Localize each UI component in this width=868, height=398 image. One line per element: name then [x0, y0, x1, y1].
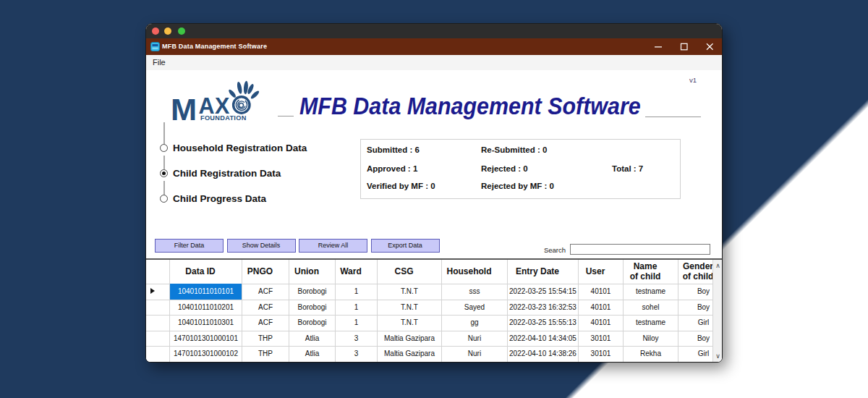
- svg-text:M: M: [171, 92, 197, 124]
- svg-text:FOUNDATION: FOUNDATION: [200, 114, 247, 122]
